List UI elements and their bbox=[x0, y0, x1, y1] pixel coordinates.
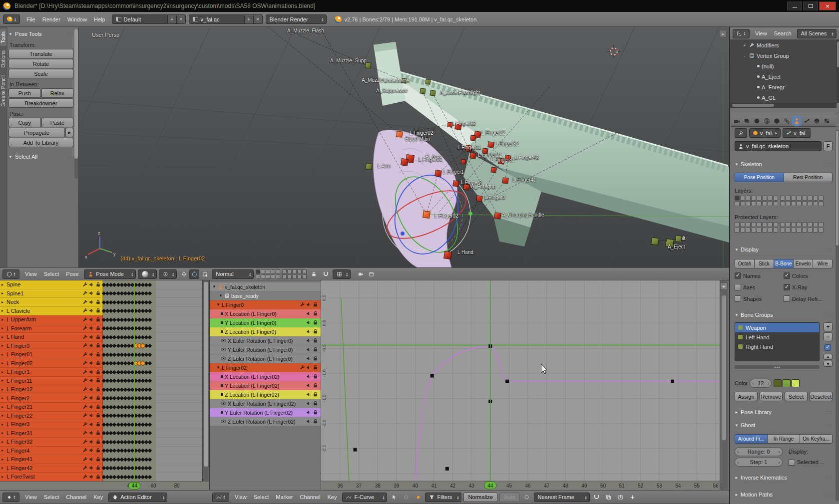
layer-cell[interactable] bbox=[791, 196, 796, 201]
layer-cell[interactable] bbox=[819, 228, 824, 233]
display-mode-envelo[interactable]: Envelo bbox=[793, 259, 813, 268]
pin-id-button[interactable] bbox=[735, 128, 747, 138]
shelf-tab-options[interactable]: Options bbox=[0, 47, 6, 70]
scene-selector[interactable]: v_fal.qc + × bbox=[189, 14, 263, 24]
panel-header-pose-library[interactable]: ►Pose Library:::: bbox=[735, 407, 833, 417]
layer-cell[interactable] bbox=[735, 196, 740, 201]
ghost-mode-in-range[interactable]: In Range bbox=[767, 434, 800, 444]
graph-scrollbar[interactable] bbox=[720, 280, 728, 490]
bone-group-left-hand[interactable]: Left Hand bbox=[735, 332, 819, 342]
layer-cell[interactable] bbox=[266, 274, 270, 279]
layer-cell[interactable] bbox=[762, 201, 767, 206]
menu-window[interactable]: Window bbox=[64, 16, 90, 22]
manipulator-scale-toggle[interactable] bbox=[200, 269, 210, 279]
layer-cell[interactable] bbox=[791, 222, 796, 227]
menu-render[interactable]: Render bbox=[39, 16, 64, 22]
layer-cell[interactable] bbox=[302, 274, 307, 279]
dope-channel-l-finger12[interactable]: ▸L Finger12 bbox=[0, 385, 202, 394]
delete-layout-button[interactable]: × bbox=[177, 14, 186, 24]
ghost-step-field[interactable]: Step: 1 bbox=[735, 458, 783, 467]
layer-cell[interactable] bbox=[282, 269, 287, 274]
paste-keyframes-button[interactable] bbox=[616, 493, 626, 502]
display-mode-b-bone[interactable]: B-Bone bbox=[774, 259, 794, 268]
graph-channel-y-euler-rotation-l-finger0-[interactable]: Y Euler Rotation (L Finger0) bbox=[210, 345, 321, 354]
graph-channel-x-location-l-finger02-[interactable]: X Location (L Finger02) bbox=[210, 372, 321, 381]
dope-channel-l-finger21[interactable]: ▸L Finger21 bbox=[0, 403, 202, 412]
expand-sidebar-region-button[interactable]: + bbox=[719, 30, 727, 37]
panel-header-display[interactable]: ▼Display:::: bbox=[735, 245, 833, 254]
dope-channel-l-forearm[interactable]: ▸L Forearm bbox=[0, 324, 202, 333]
menu-select[interactable]: Select bbox=[40, 271, 63, 277]
dopesheet-mode-selector[interactable]: Action Editor▲▼ bbox=[108, 493, 167, 502]
layer-cell[interactable] bbox=[746, 228, 751, 233]
dope-channel-l-finger11[interactable]: ▸L Finger11 bbox=[0, 377, 202, 386]
menu-view[interactable]: View bbox=[21, 494, 40, 500]
relax-button[interactable]: Relax bbox=[41, 88, 74, 98]
delete-scene-button[interactable]: × bbox=[254, 14, 263, 24]
layer-cell[interactable] bbox=[768, 222, 773, 227]
layer-cell[interactable] bbox=[802, 222, 807, 227]
manipulator-rotate-toggle[interactable] bbox=[189, 269, 199, 279]
layer-cell[interactable] bbox=[735, 201, 740, 206]
properties-tab-camera[interactable] bbox=[732, 116, 742, 126]
dope-channel-l-finger0[interactable]: ▸L Finger0 bbox=[0, 342, 202, 351]
layer-cell[interactable] bbox=[786, 201, 791, 206]
layer-cell[interactable] bbox=[740, 201, 745, 206]
layer-cell[interactable] bbox=[746, 222, 751, 227]
transform-orientation-selector[interactable]: Normal▲▼ bbox=[212, 269, 254, 279]
outliner-vscrollbar[interactable] bbox=[837, 40, 839, 103]
outliner-item--null-[interactable]: (null) bbox=[730, 61, 837, 71]
checkbox-axes[interactable] bbox=[735, 284, 741, 290]
maximize-button[interactable] bbox=[803, 1, 818, 10]
layer-cell[interactable] bbox=[302, 269, 307, 274]
graph-channel-y-location-l-finger02-[interactable]: Y Location (L Finger02) bbox=[210, 381, 321, 390]
color-swatch-1[interactable] bbox=[783, 379, 791, 387]
graph-channel-x-euler-rotation-l-finger0-[interactable]: X Euler Rotation (L Finger0) bbox=[210, 336, 321, 345]
remove-button[interactable]: Remove bbox=[760, 392, 783, 401]
layer-cell[interactable] bbox=[287, 274, 292, 279]
layer-cell[interactable] bbox=[751, 222, 756, 227]
layer-cell[interactable] bbox=[751, 196, 756, 201]
dope-channel-l-finger42[interactable]: ▸L Finger42 bbox=[0, 464, 202, 473]
screen-layout-selector[interactable]: Default + × bbox=[112, 14, 186, 24]
translate-button[interactable]: Translate bbox=[8, 49, 73, 58]
panel-header-ghost[interactable]: ▼Ghost:::: bbox=[735, 420, 833, 430]
menu-select[interactable]: Select bbox=[250, 494, 273, 500]
tool-shelf-scrollbar[interactable] bbox=[74, 29, 78, 179]
assign-button[interactable]: Assign bbox=[735, 392, 758, 401]
outliner-item-a-gl[interactable]: A_GL bbox=[730, 92, 837, 103]
add-layout-button[interactable]: + bbox=[168, 14, 177, 24]
layer-cell[interactable] bbox=[762, 228, 767, 233]
editor-type-view3d-button[interactable]: ▲▼ bbox=[2, 269, 19, 279]
color-set-field[interactable]: 12 bbox=[750, 379, 772, 388]
graph-channel-y-euler-rotation-l-finger02-[interactable]: Y Euler Rotation (L Finger02) bbox=[210, 408, 321, 417]
menu-view[interactable]: View bbox=[21, 271, 40, 277]
outliner-scope-selector[interactable]: All Scenes▲▼ bbox=[797, 29, 837, 38]
auto-snap-icon[interactable] bbox=[522, 493, 532, 502]
graph-channel-z-location-l-finger02-[interactable]: Z Location (L Finger02) bbox=[210, 390, 321, 399]
layer-cell[interactable] bbox=[813, 222, 818, 227]
layer-cell[interactable] bbox=[813, 201, 818, 206]
layer-cell[interactable] bbox=[791, 201, 796, 206]
ghost-range-field[interactable]: Range: 0 bbox=[735, 447, 783, 456]
dope-channel-l-finger4[interactable]: ▸L Finger4 bbox=[0, 447, 202, 456]
shelf-tab-grease-pencil[interactable]: Grease Pencil bbox=[0, 72, 6, 110]
current-frame-badge[interactable]: 44 bbox=[128, 482, 140, 490]
layer-cell[interactable] bbox=[746, 201, 751, 206]
layer-cell[interactable] bbox=[780, 196, 785, 201]
graph-channel-y-location-l-finger0-[interactable]: Y Location (L Finger0) bbox=[210, 318, 321, 327]
bone-group-weapon[interactable]: Weapon bbox=[735, 323, 819, 332]
layer-cell[interactable] bbox=[768, 228, 773, 233]
viewport-3d[interactable]: x y z A_Muzzle_FlashA_Muzzle_SuppA_Muzzl… bbox=[0, 27, 729, 267]
layer-cell[interactable] bbox=[797, 196, 802, 201]
menu-channel[interactable]: Channel bbox=[296, 494, 324, 500]
layer-cell[interactable] bbox=[287, 269, 292, 274]
layer-cell[interactable] bbox=[266, 269, 270, 274]
properties-tab-chain[interactable] bbox=[782, 116, 792, 126]
editor-type-outliner-button[interactable]: ▲▼ bbox=[733, 29, 750, 38]
properties-tab-ball[interactable] bbox=[752, 116, 762, 126]
layer-cell[interactable] bbox=[780, 228, 785, 233]
outliner-item-modifiers[interactable]: +Modifiers bbox=[730, 40, 837, 50]
layer-cell[interactable] bbox=[802, 196, 807, 201]
editor-type-info-button[interactable]: ▲▼ bbox=[3, 14, 20, 24]
